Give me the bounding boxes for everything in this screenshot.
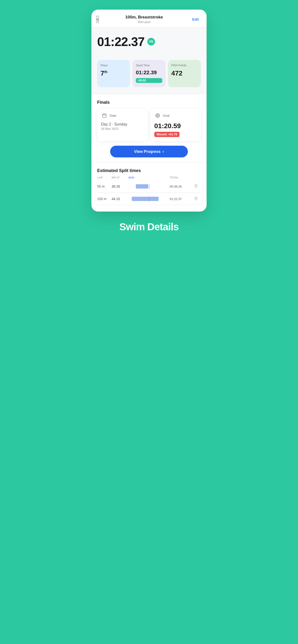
time-row: 01:22.37 PB — [97, 34, 201, 49]
fina-value: 472 — [171, 70, 198, 77]
split-bar-1 — [136, 184, 148, 188]
avg-line-1 — [149, 184, 150, 189]
phone-wrapper: ‹ 100m, Breaststroke 50m pool Edit 01:22… — [91, 10, 207, 240]
split-row: 50 m 38.26 00:38.26 — [95, 181, 203, 192]
fina-label: FINA Points — [171, 64, 198, 67]
col-split: SPLIT — [112, 176, 128, 179]
seed-card: Seed Time 01:22.39 -00.02 — [132, 60, 165, 87]
split-split-1: 38.26 — [112, 184, 128, 188]
delete-row-1-button[interactable] — [191, 184, 201, 189]
stats-row: Place 7th Seed Time 01:22.39 -00.02 FINA… — [91, 56, 207, 94]
header-center: 100m, Breaststroke 50m pool — [99, 15, 189, 24]
seed-diff-badge: -00.02 — [136, 78, 162, 83]
goal-card-header: Goal — [154, 112, 197, 119]
date-card-header: Date — [101, 112, 144, 119]
main-card: ‹ 100m, Breaststroke 50m pool Edit 01:22… — [91, 10, 207, 212]
header-subtitle: 50m pool — [99, 20, 189, 24]
place-value: 7th — [100, 70, 127, 77]
arrow-icon: › — [163, 149, 164, 154]
place-label: Place — [100, 64, 127, 67]
svg-point-5 — [157, 114, 159, 117]
finals-day: Day 2 · Sunday — [101, 122, 144, 126]
pb-badge: PB — [147, 38, 155, 46]
split-total-1: 00:38.26 — [170, 185, 191, 188]
finals-cards: Date Day 2 · Sunday 26 Mar 2023 — [97, 109, 201, 141]
split-lap-1: 50 m — [97, 184, 112, 188]
bottom-label-text: Swim Details — [96, 221, 202, 233]
split-bar-container-1 — [128, 184, 170, 189]
bottom-label-container: Swim Details — [91, 212, 207, 240]
col-actions — [191, 176, 201, 179]
finals-title: Finals — [97, 100, 201, 105]
time-section: 01:22.37 PB — [91, 27, 207, 56]
edit-button[interactable]: Edit — [189, 16, 202, 23]
split-col-headers: LAP SPLIT AVG. TOTAL — [95, 176, 203, 181]
view-progress-label: View Progress — [134, 150, 161, 154]
missed-badge: Missed: +01.78 — [154, 132, 180, 137]
finals-goal-time: 01:20.59 — [154, 122, 197, 130]
split-section: Estimated Split times LAP SPLIT AVG. TOT… — [91, 162, 207, 212]
split-total-2: 01:22.37 — [170, 197, 191, 201]
split-bar-2 — [132, 197, 159, 201]
col-total: TOTAL — [170, 176, 191, 179]
back-button[interactable]: ‹ — [96, 16, 99, 23]
fina-card: FINA Points 472 — [168, 60, 201, 87]
finals-date-card: Date Day 2 · Sunday 26 Mar 2023 — [97, 109, 147, 141]
col-avg: AVG. — [128, 176, 170, 179]
delete-row-2-button[interactable] — [191, 196, 201, 201]
finals-date: 26 Mar 2023 — [101, 127, 144, 130]
calendar-icon — [101, 112, 108, 119]
date-card-label: Date — [110, 114, 116, 118]
col-lap: LAP — [97, 176, 112, 179]
split-row: 100 m 44.10 01:22.37 — [95, 193, 203, 204]
svg-rect-0 — [103, 114, 106, 118]
place-card: Place 7th — [97, 60, 130, 87]
svg-point-6 — [157, 115, 158, 116]
time-display: 01:22.37 — [97, 34, 144, 49]
header: ‹ 100m, Breaststroke 50m pool Edit — [91, 10, 207, 27]
finals-section: Finals Date — [91, 94, 207, 162]
finals-goal-card: Goal 01:20.59 Missed: +01.78 — [151, 109, 201, 141]
seed-value: 01:22.39 — [136, 70, 162, 76]
view-progress-button[interactable]: View Progress › — [110, 146, 188, 158]
split-split-2: 44.10 — [112, 197, 128, 201]
goal-icon — [154, 112, 161, 119]
split-title: Estimated Split times — [91, 162, 207, 176]
split-table: LAP SPLIT AVG. TOTAL 50 m 38.26 00:38.26 — [91, 176, 207, 212]
seed-label: Seed Time — [136, 64, 162, 67]
split-lap-2: 100 m — [97, 197, 112, 201]
goal-card-label: Goal — [163, 114, 169, 118]
split-bar-container-2 — [128, 196, 170, 202]
header-title: 100m, Breaststroke — [99, 15, 189, 20]
